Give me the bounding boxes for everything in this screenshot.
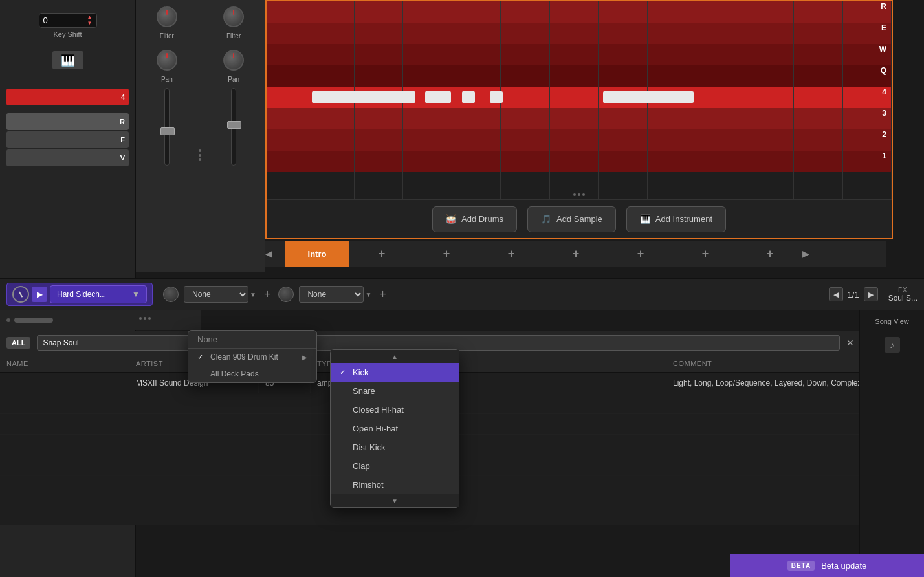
add-effect-button[interactable]: +	[261, 288, 274, 301]
filter-label-1: Filter	[160, 32, 174, 39]
none-select-2[interactable]: None	[299, 286, 364, 303]
channel-row-r[interactable]: R	[6, 113, 129, 130]
piano-roll-area: R E W Q 4 3 2 1	[265, 0, 893, 239]
sub-item-rimshot[interactable]: Rimshot	[331, 475, 459, 494]
key-shift-arrows[interactable]: ▲ ▼	[87, 15, 93, 26]
key-shift-control[interactable]: 0 ▲ ▼	[39, 13, 97, 28]
browser-all-button[interactable]: ALL	[6, 337, 30, 349]
dropdown-clean909[interactable]: ✓ Clean 909 Drum Kit ▶	[188, 349, 316, 365]
col-name: NAME	[0, 354, 129, 372]
row-label-4: 4	[882, 87, 886, 96]
sub-menu: ▲ ✓ Kick Snare Closed Hi-hat Open Hi-hat…	[330, 349, 459, 508]
note-block-3[interactable]	[462, 91, 475, 103]
tab-add-4[interactable]: +	[544, 241, 608, 267]
row-label-w: W	[879, 45, 886, 54]
row-label-2: 2	[882, 130, 886, 139]
scroll-thumb[interactable]	[14, 318, 53, 323]
fader-track-2[interactable]	[231, 88, 236, 166]
key-shift-down[interactable]: ▼	[87, 21, 93, 26]
pan-label-2: Pan	[228, 76, 239, 83]
dropdown-all-pads[interactable]: All Deck Pads	[188, 365, 316, 382]
note-block-5[interactable]	[603, 91, 694, 103]
tab-add-3[interactable]: +	[479, 241, 544, 267]
browser-close-button[interactable]: ✕	[846, 338, 854, 348]
add-drums-button[interactable]: 🥁 Add Drums	[432, 206, 517, 232]
beta-update-bar[interactable]: BETA Beta update	[730, 554, 924, 577]
channel-row-4[interactable]: 4	[6, 89, 129, 105]
dropdown-none-option[interactable]: None	[188, 331, 316, 349]
section-tab-left-arrow[interactable]: ◀	[265, 248, 285, 259]
sub-label-snare: Snare	[353, 386, 375, 396]
piano-roll-grid: R E W Q 4 3 2 1	[267, 1, 892, 238]
note-block-1[interactable]	[312, 91, 415, 103]
sub-item-snare[interactable]: Snare	[331, 382, 459, 400]
scroll-dots	[139, 317, 151, 320]
sub-item-clap[interactable]: Clap	[331, 457, 459, 475]
preset-dropdown-arrow: ▼	[132, 290, 140, 299]
sub-item-kick[interactable]: ✓ Kick	[331, 363, 459, 382]
fader-track-1[interactable]	[164, 88, 170, 166]
add-sample-icon: 🎵	[541, 214, 551, 224]
ratio-nav-1: ◀ 1/1 ▶	[829, 287, 878, 301]
ratio-prev-1[interactable]: ◀	[829, 287, 843, 301]
note-row-4	[312, 91, 892, 104]
add-sample-label: Add Sample	[556, 214, 602, 224]
sub-item-open-hihat[interactable]: Open Hi-hat	[331, 419, 459, 438]
row-label-r: R	[881, 2, 886, 11]
ratio-next-1[interactable]: ▶	[864, 287, 878, 301]
section-tab-right-arrow[interactable]: ▶	[802, 248, 822, 259]
fader-container-2	[231, 88, 236, 265]
note-block-4[interactable]	[490, 91, 503, 103]
song-view-icon[interactable]: ♪	[885, 337, 900, 353]
sub-menu-scroll-down[interactable]: ▼	[331, 494, 459, 507]
tab-add-6[interactable]: +	[673, 241, 738, 267]
fader-thumb-1[interactable]	[160, 127, 175, 135]
row-label-1: 1	[882, 151, 886, 160]
pan-label-1: Pan	[161, 76, 173, 83]
filter-knob-2[interactable]	[223, 6, 244, 27]
add-drums-label: Add Drums	[461, 214, 503, 224]
sub-label-kick: Kick	[353, 367, 369, 377]
channel-row-v[interactable]: V	[6, 149, 129, 166]
note-block-2[interactable]	[425, 91, 451, 103]
dropdown-menu: None ✓ Clean 909 Drum Kit ▶ All Deck Pad…	[188, 330, 317, 383]
add-sample-button[interactable]: 🎵 Add Sample	[527, 206, 616, 232]
fader-thumb-2[interactable]	[227, 121, 241, 129]
piano-icon[interactable]: 🎹	[0, 51, 135, 69]
song-view-panel: Song View ♪	[859, 310, 924, 577]
tab-add-7[interactable]: +	[738, 241, 802, 267]
add-instrument-button[interactable]: 🎹 Add Instrument	[626, 206, 726, 232]
fx-label: FX	[888, 287, 918, 294]
mixer-section: Filter Pan Filter Pan	[136, 0, 265, 272]
tab-add-1[interactable]: +	[349, 241, 414, 267]
fx-name: Soul S...	[888, 294, 918, 303]
key-shift-up[interactable]: ▲	[87, 15, 93, 20]
sub-menu-scroll-up[interactable]: ▲	[331, 350, 459, 363]
filter-knob-1[interactable]	[157, 6, 177, 27]
channel-row-f[interactable]: F	[6, 131, 129, 148]
preset-dropdown[interactable]: Hard Sidech... ▼	[50, 285, 147, 303]
effect-knob-1[interactable]	[163, 287, 179, 302]
none-select-1[interactable]: None	[184, 286, 248, 303]
tab-intro[interactable]: Intro	[285, 241, 349, 267]
preset-dial[interactable]	[12, 286, 29, 303]
fader-container-1	[164, 88, 170, 265]
submenu-arrow-icon: ▶	[302, 354, 307, 361]
tab-add-2[interactable]: +	[414, 241, 479, 267]
add-drums-icon: 🥁	[446, 214, 456, 224]
sub-item-dist-kick[interactable]: Dist Kick	[331, 438, 459, 457]
add-effect-button-2[interactable]: +	[377, 288, 389, 301]
pan-knob-1[interactable]	[157, 50, 177, 71]
scroll-dot	[6, 318, 10, 322]
effect-knob-2[interactable]	[278, 287, 294, 302]
controls-bar: ▶ Hard Sidech... ▼ None ▼ + None ▼ + ◀ 1…	[0, 278, 924, 310]
sub-item-closed-hihat[interactable]: Closed Hi-hat	[331, 400, 459, 419]
none-selector-2: None ▼	[299, 286, 371, 303]
none-selector-1: None ▼	[184, 286, 256, 303]
browser-search-input[interactable]	[37, 335, 840, 351]
add-buttons-bar: 🥁 Add Drums 🎵 Add Sample 🎹 Add Instrumen…	[267, 199, 892, 238]
dropdown-all-pads-label: All Deck Pads	[210, 369, 259, 378]
preset-forward-icon[interactable]: ▶	[32, 287, 47, 302]
tab-add-5[interactable]: +	[608, 241, 673, 267]
pan-knob-2[interactable]	[223, 50, 244, 71]
